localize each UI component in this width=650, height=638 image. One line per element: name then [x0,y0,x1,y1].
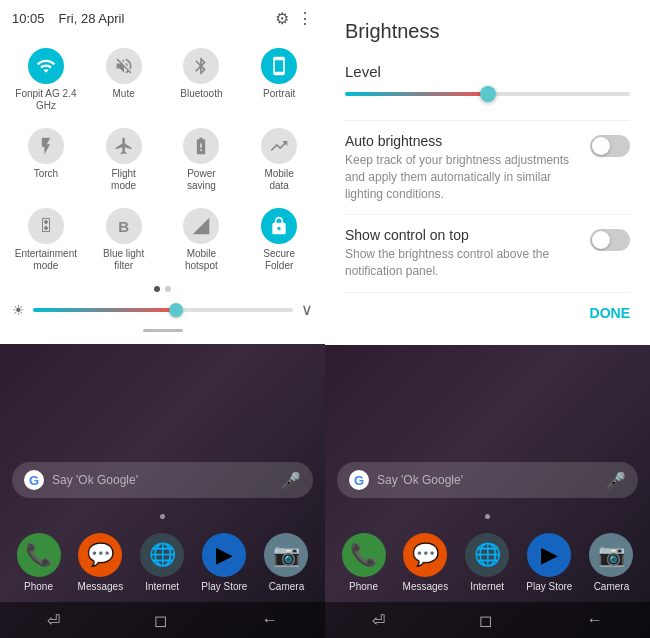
right-home-screen: G Say 'Ok Google' 🎤 📞 Phone 💬 Messages 🌐… [325,345,650,638]
right-app-dock: 📞 Phone 💬 Messages 🌐 Internet ▶ Play Sto… [325,527,650,602]
camera-label: Camera [269,581,305,592]
wifi-icon [28,48,64,84]
show-control-toggle[interactable] [590,229,630,251]
right-app-playstore[interactable]: ▶ Play Store [526,533,572,592]
left-panel: 10:05 Fri, 28 April ⚙ ⋮ Fonpit AG 2.4GHz… [0,0,325,638]
left-app-camera[interactable]: 📷 Camera [264,533,308,592]
done-button[interactable]: DONE [590,301,630,325]
left-app-dock: 📞 Phone 💬 Messages 🌐 Internet ▶ Play Sto… [0,527,325,602]
auto-brightness-option: Auto brightness Keep track of your brigh… [345,120,630,214]
more-icon[interactable]: ⋮ [297,9,313,28]
left-app-playstore[interactable]: ▶ Play Store [201,533,247,592]
brightness-thumb [169,303,183,317]
right-nav-bar: ⏎ ◻ ← [325,602,650,638]
camera-icon: 📷 [264,533,308,577]
mute-label: Mute [113,88,135,100]
quick-hotspot[interactable]: Mobilehotspot [164,200,240,278]
right-messages-label: Messages [403,581,449,592]
right-app-internet[interactable]: 🌐 Internet [465,533,509,592]
right-phone-label: Phone [349,581,378,592]
status-icons: ⚙ ⋮ [275,9,313,28]
auto-brightness-text: Auto brightness Keep track of your brigh… [345,133,578,202]
right-recents-btn[interactable]: ← [587,611,603,629]
quick-wifi[interactable]: Fonpit AG 2.4GHz [8,40,84,118]
bluetooth-label: Bluetooth [180,88,222,100]
left-search-hint: Say 'Ok Google' [52,473,273,487]
status-date: Fri, 28 April [59,11,125,26]
mobile-data-icon [261,128,297,164]
quick-power[interactable]: Powersaving [164,120,240,198]
right-app-camera[interactable]: 📷 Camera [589,533,633,592]
wifi-label: Fonpit AG 2.4GHz [15,88,76,112]
phone-icon: 📞 [17,533,61,577]
right-google-g-icon: G [349,470,369,490]
left-app-messages[interactable]: 💬 Messages [78,533,124,592]
quick-settings-panel: Fonpit AG 2.4GHz Mute Bluetooth Portrait [0,32,325,344]
playstore-label: Play Store [201,581,247,592]
settings-icon[interactable]: ⚙ [275,9,289,28]
level-label: Level [345,63,630,80]
right-mic-icon[interactable]: 🎤 [606,471,626,490]
internet-icon: 🌐 [140,533,184,577]
entertainment-label: Entertainmentmode [15,248,77,272]
quick-flight[interactable]: Flightmode [86,120,162,198]
left-nav-bar: ⏎ ◻ ← [0,602,325,638]
right-playstore-icon: ▶ [527,533,571,577]
level-thumb [480,86,496,102]
power-saving-label: Powersaving [187,168,216,192]
quick-portrait[interactable]: Portrait [241,40,317,118]
right-home-dot [485,514,490,519]
drag-handle [0,325,325,336]
show-control-text: Show control on top Show the brightness … [345,227,578,280]
quick-data[interactable]: Mobiledata [241,120,317,198]
quick-grid: Fonpit AG 2.4GHz Mute Bluetooth Portrait [0,36,325,282]
right-camera-icon: 📷 [589,533,633,577]
brightness-fill [33,308,176,312]
brightness-settings-panel: Brightness Level Auto brightness Keep tr… [325,0,650,345]
bluelight-label: Blue lightfilter [103,248,144,272]
left-mic-icon[interactable]: 🎤 [281,471,301,490]
quick-torch[interactable]: Torch [8,120,84,198]
auto-brightness-toggle[interactable] [590,135,630,157]
level-slider[interactable] [345,92,630,96]
right-home-btn[interactable]: ◻ [479,611,492,630]
left-home-dots [0,510,325,527]
left-home-btn[interactable]: ◻ [154,611,167,630]
dot-1 [154,286,160,292]
page-dots [0,282,325,296]
quick-bluetooth[interactable]: Bluetooth [164,40,240,118]
right-search-hint: Say 'Ok Google' [377,473,598,487]
home-dot [160,514,165,519]
quick-entertainment[interactable]: 🎛 Entertainmentmode [8,200,84,278]
left-brightness-slider[interactable] [33,308,293,312]
done-row: DONE [345,292,630,329]
left-google-search[interactable]: G Say 'Ok Google' 🎤 [12,462,313,498]
right-app-messages[interactable]: 💬 Messages [403,533,449,592]
left-back-btn[interactable]: ⏎ [47,611,60,630]
left-recents-btn[interactable]: ← [262,611,278,629]
left-app-phone[interactable]: 📞 Phone [17,533,61,592]
divider-line [143,329,183,332]
quick-mute[interactable]: Mute [86,40,162,118]
secure-label: SecureFolder [263,248,295,272]
quick-secure[interactable]: SecureFolder [241,200,317,278]
quick-bluelight[interactable]: B Blue lightfilter [86,200,162,278]
left-home-screen: G Say 'Ok Google' 🎤 📞 Phone 💬 Messages 🌐… [0,344,325,638]
mute-icon [106,48,142,84]
left-app-internet[interactable]: 🌐 Internet [140,533,184,592]
portrait-label: Portrait [263,88,295,100]
portrait-icon [261,48,297,84]
right-google-search[interactable]: G Say 'Ok Google' 🎤 [337,462,638,498]
bluelight-icon: B [106,208,142,244]
right-internet-label: Internet [470,581,504,592]
right-phone-icon: 📞 [342,533,386,577]
show-control-option: Show control on top Show the brightness … [345,214,630,292]
chevron-down-icon[interactable]: ∨ [301,300,313,319]
right-panel: Brightness Level Auto brightness Keep tr… [325,0,650,638]
right-back-btn[interactable]: ⏎ [372,611,385,630]
torch-icon [28,128,64,164]
right-app-phone[interactable]: 📞 Phone [342,533,386,592]
flight-icon [106,128,142,164]
torch-label: Torch [34,168,58,180]
toggle-thumb-1 [592,137,610,155]
